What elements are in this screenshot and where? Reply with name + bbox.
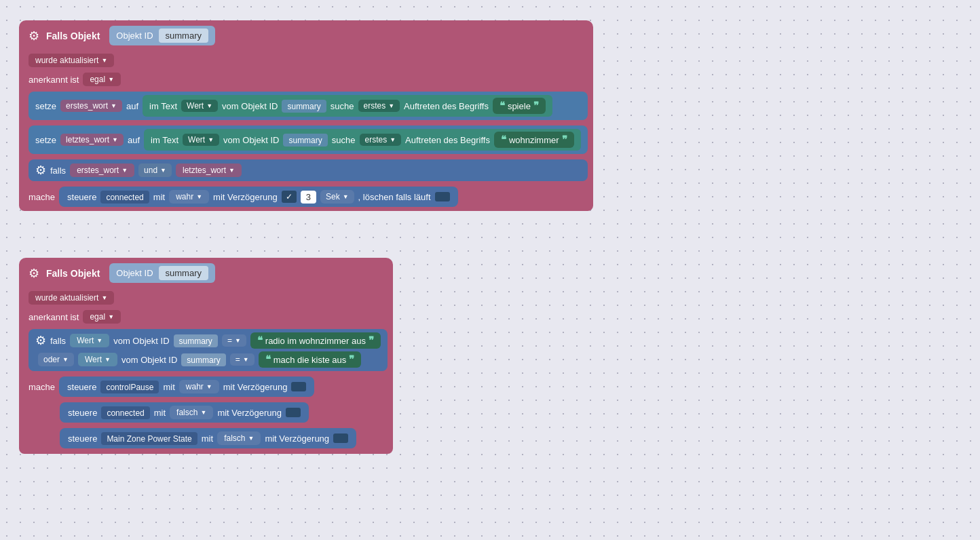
block1-im-text-block: im Text Wert ▼ vom Objekt ID summary suc… (143, 95, 552, 117)
block1-falls-row: ⚙ falls erstes_wort ▼ und ▼ letztes_wort… (29, 159, 588, 181)
block1-loeschen-toggle[interactable] (435, 192, 450, 201)
block2-toggle2[interactable] (286, 408, 301, 417)
block2-header: ⚙ Falls Objekt Objekt ID summary (19, 258, 393, 288)
block2-objekt-id-label: Objekt ID (116, 268, 153, 278)
block1-im-text-block2: im Text Wert ▼ vom Objekt ID summary suc… (144, 129, 580, 151)
block1-quote1-open: ❝ (500, 100, 505, 112)
block1-mache-wrapper: mache steuere connected mit wahr ▼ mit V… (19, 184, 593, 211)
block1-summary-badge[interactable]: summary (159, 28, 208, 43)
block2-egal-dropdown[interactable]: egal ▼ (83, 310, 121, 324)
block1-setze2-wrapper: setze letztes_wort ▼ auf im Text Wert ▼ … (19, 123, 593, 157)
block1-quote1-block: ❝ spiele ❞ (493, 98, 546, 114)
block1-falls-var2-dropdown[interactable]: letztes_wort ▼ (176, 163, 242, 177)
block2-wurde-row: wurde aktualisiert ▼ (19, 288, 393, 307)
block2-falls-header-row: ⚙ falls Wert ▼ vom Objekt ID summary = ▼ (35, 332, 381, 349)
block2-objekt-id-container: Objekt ID summary (109, 263, 215, 283)
block2-wurde-dropdown[interactable]: wurde aktualisiert ▼ (29, 291, 114, 305)
block2-wahr1-dropdown[interactable]: wahr ▼ (179, 380, 219, 393)
block2-quote1-open: ❝ (257, 334, 263, 347)
block2-eq1-dropdown[interactable]: = ▼ (222, 334, 246, 347)
block1-erstes-wort-dropdown[interactable]: erstes_wort ▼ (60, 100, 122, 112)
gear-icon-falls2: ⚙ (35, 333, 46, 348)
block2-steuere2-wrapper: steuere connected mit falsch ▼ mit Verzö… (19, 400, 393, 425)
block1-num-input[interactable]: 3 (301, 191, 316, 204)
block1-letztes-wort-dropdown[interactable]: letztes_wort ▼ (60, 134, 124, 146)
block2-connected-badge: connected (101, 406, 149, 419)
block1-sek-dropdown[interactable]: Sek ▼ (320, 190, 354, 204)
block1-setze2-row: setze letztes_wort ▼ auf im Text Wert ▼ … (29, 126, 588, 154)
block1-quote2-block: ❝ wohnzimmer ❞ (494, 132, 574, 148)
block2-oder-dropdown[interactable]: oder ▼ (38, 353, 74, 366)
block2-quote2-block: ❝ mach die kiste aus ❞ (259, 351, 362, 368)
block2-quote2-close: ❞ (349, 353, 354, 366)
block1-check: ✓ (282, 191, 297, 203)
block2-anerkannt-row: anerkannt ist egal ▼ (19, 307, 393, 326)
block2-oder-row: oder ▼ Wert ▼ vom Objekt ID summary = ▼ (35, 351, 381, 368)
block1-egal-dropdown[interactable]: egal ▼ (83, 73, 121, 86)
block2-falls-wrapper: ⚙ falls Wert ▼ vom Objekt ID summary = ▼ (19, 326, 393, 374)
block2-steuere2-block: steuere connected mit falsch ▼ mit Verzö… (60, 402, 309, 423)
block1-wurde-dropdown[interactable]: wurde aktualisiert ▼ (29, 54, 114, 67)
block2-quote1-block: ❝ radio im wohnzimmer aus ❞ (250, 332, 381, 349)
block1-quote2-open: ❝ (501, 134, 506, 146)
block1-setze1-row: setze erstes_wort ▼ auf im Text Wert ▼ v… (29, 92, 588, 120)
block1-erstes2-dropdown[interactable]: erstes ▼ (360, 134, 402, 146)
block2-wert2-dropdown[interactable]: Wert ▼ (78, 353, 117, 366)
block2-eq2-dropdown[interactable]: = ▼ (230, 353, 255, 366)
block2-toggle1[interactable] (291, 382, 306, 391)
block2-summary-text: summary (166, 268, 202, 278)
block2-falls-block: ⚙ falls Wert ▼ vom Objekt ID summary = ▼ (29, 329, 388, 371)
block1-setze1-wrapper: setze erstes_wort ▼ auf im Text Wert ▼ v… (19, 89, 593, 123)
block2-toggle3[interactable] (333, 433, 348, 443)
block1-quote1-close: ❞ (533, 100, 539, 112)
block2-control-pause-badge: controlPause (100, 381, 159, 393)
block2-steuere3-wrapper: steuere Main Zone Power State mit falsch… (19, 425, 393, 454)
block2-falsch3-dropdown[interactable]: falsch ▼ (217, 431, 261, 445)
block1-summary-text: summary (166, 31, 202, 41)
block1-objekt-id-container: Objekt ID summary (109, 26, 215, 45)
block2-quote2-open: ❝ (265, 353, 271, 366)
block2-mache-label-row: mache steuere controlPause mit wahr ▼ mi… (19, 374, 393, 400)
block2-summary2-badge[interactable]: summary (181, 353, 225, 366)
gear-icon-falls1: ⚙ (35, 163, 46, 178)
block2-summary-badge[interactable]: summary (159, 266, 208, 280)
gear-icon-1: ⚙ (29, 28, 39, 43)
block1-wahr-dropdown[interactable]: wahr ▼ (169, 190, 209, 204)
block1-falls-var1-dropdown[interactable]: erstes_wort ▼ (70, 163, 134, 177)
block1-connected-badge: connected (100, 191, 149, 204)
block1-erstes1-dropdown[interactable]: erstes ▼ (358, 100, 400, 112)
block2-steuere1-block: steuere controlPause mit wahr ▼ mit Verz… (59, 377, 314, 397)
block1-wert2-dropdown[interactable]: Wert ▼ (183, 134, 219, 146)
block2-quote1-close: ❞ (369, 334, 374, 347)
block1-falls-und-dropdown[interactable]: und ▼ (138, 163, 172, 177)
block2-wert1-dropdown[interactable]: Wert ▼ (70, 334, 109, 347)
block1-steuere-connected: steuere connected mit wahr ▼ mit Verzöge… (59, 187, 458, 207)
block1-falls-wrapper: ⚙ falls erstes_wort ▼ und ▼ letztes_wort… (19, 157, 593, 184)
block1-wert1-dropdown[interactable]: Wert ▼ (181, 100, 218, 112)
block2-falsch2-dropdown[interactable]: falsch ▼ (170, 406, 213, 419)
block1-mache-row: mache steuere connected mit wahr ▼ mit V… (29, 187, 588, 207)
block1-objekt-id-label: Objekt ID (116, 31, 153, 41)
block2-falls-objekt: Falls Objekt (46, 268, 100, 279)
block1-header: ⚙ Falls Objekt Objekt ID summary (19, 20, 593, 51)
block2-steuere3-block: steuere Main Zone Power State mit falsch… (60, 428, 356, 448)
block1-falls-objekt: Falls Objekt (46, 31, 100, 41)
block2-main-zone-badge: Main Zone Power State (101, 432, 197, 445)
block1-wurde-row: wurde aktualisiert ▼ (19, 51, 593, 70)
block1-anerkannt-row: anerkannt ist egal ▼ (19, 70, 593, 89)
block1-setze1-summary-badge[interactable]: summary (282, 100, 326, 113)
block1-quote2-close: ❞ (562, 134, 567, 146)
block2-summary1-badge[interactable]: summary (174, 334, 218, 347)
gear-icon-2: ⚙ (29, 266, 39, 281)
block1-setze2-summary-badge[interactable]: summary (283, 134, 327, 147)
